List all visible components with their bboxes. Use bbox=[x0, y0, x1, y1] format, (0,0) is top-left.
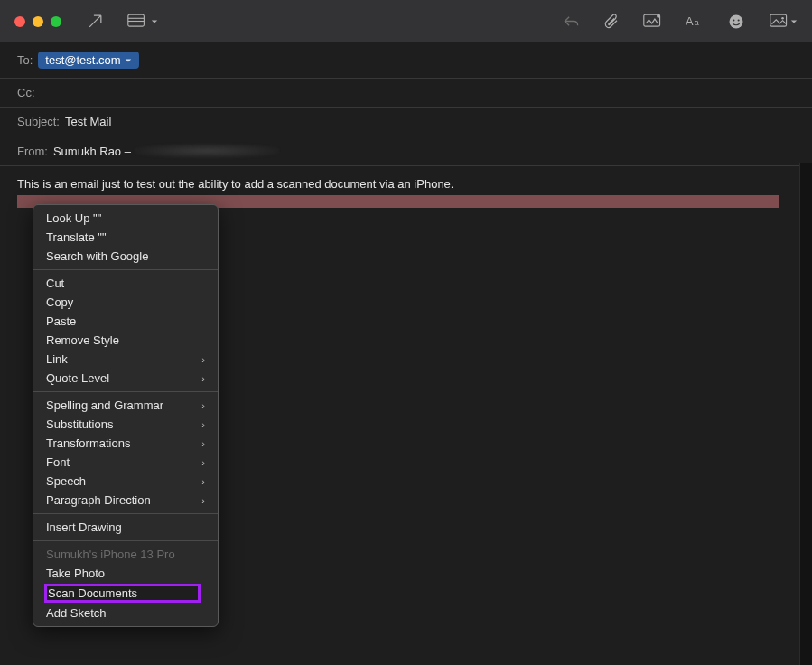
from-name: Sumukh Rao – bbox=[53, 145, 131, 158]
chevron-right-icon: › bbox=[201, 400, 205, 411]
context-menu: Look Up "" Translate "" Search with Goog… bbox=[33, 204, 219, 627]
body-text: This is an email just to test out the ab… bbox=[17, 177, 795, 192]
menu-device-header: Sumukh's iPhone 13 Pro bbox=[33, 545, 218, 564]
svg-text:a: a bbox=[695, 18, 699, 27]
svg-point-8 bbox=[733, 19, 734, 21]
subject-label: Subject: bbox=[17, 115, 60, 128]
svg-point-11 bbox=[781, 17, 784, 20]
attach-icon[interactable] bbox=[603, 13, 620, 30]
from-field-row[interactable]: From: Sumukh Rao – bbox=[0, 136, 812, 166]
svg-rect-10 bbox=[770, 14, 787, 26]
menu-search-google[interactable]: Search with Google bbox=[33, 247, 218, 266]
menu-insert-drawing[interactable]: Insert Drawing bbox=[33, 518, 218, 537]
menu-transformations[interactable]: Transformations› bbox=[33, 434, 218, 453]
menu-translate[interactable]: Translate "" bbox=[33, 228, 218, 247]
menu-paragraph-direction[interactable]: Paragraph Direction› bbox=[33, 491, 218, 510]
to-label: To: bbox=[17, 53, 33, 67]
chevron-right-icon: › bbox=[201, 354, 205, 365]
cc-field-row[interactable]: Cc: bbox=[0, 79, 812, 108]
svg-point-4 bbox=[657, 14, 660, 18]
media-insert-icon[interactable] bbox=[768, 14, 798, 29]
menu-separator bbox=[33, 513, 218, 514]
menu-copy[interactable]: Copy bbox=[33, 293, 218, 312]
menu-separator bbox=[33, 540, 218, 541]
toolbar-right: A a bbox=[563, 13, 798, 30]
window-close-button[interactable] bbox=[14, 16, 25, 27]
compose-body[interactable]: This is an email just to test out the ab… bbox=[0, 166, 812, 208]
menu-spelling[interactable]: Spelling and Grammar› bbox=[33, 396, 218, 415]
header-fields: To: test@test.com Cc: Subject: Test Mail… bbox=[0, 42, 812, 166]
svg-rect-0 bbox=[128, 14, 145, 26]
from-address-redacted bbox=[135, 144, 279, 158]
header-fields-toggle-icon[interactable] bbox=[126, 14, 158, 29]
chevron-right-icon: › bbox=[201, 457, 205, 468]
svg-point-7 bbox=[730, 14, 743, 28]
menu-scan-documents[interactable]: Scan Documents bbox=[33, 583, 218, 604]
reply-icon[interactable] bbox=[563, 14, 580, 29]
chevron-right-icon: › bbox=[201, 476, 205, 487]
chevron-right-icon: › bbox=[201, 419, 205, 430]
toolbar-left bbox=[87, 13, 158, 30]
recipient-pill[interactable]: test@test.com bbox=[38, 52, 138, 69]
chevron-right-icon: › bbox=[201, 373, 205, 384]
scrollbar-track[interactable] bbox=[799, 163, 812, 665]
menu-paste[interactable]: Paste bbox=[33, 312, 218, 331]
menu-speech[interactable]: Speech› bbox=[33, 472, 218, 491]
window-fullscreen-button[interactable] bbox=[51, 16, 61, 27]
menu-substitutions[interactable]: Substitutions› bbox=[33, 415, 218, 434]
to-field-row[interactable]: To: test@test.com bbox=[0, 42, 812, 79]
recipient-text: test@test.com bbox=[45, 53, 120, 67]
emoji-icon[interactable] bbox=[728, 14, 744, 30]
from-label: From: bbox=[17, 145, 48, 158]
titlebar: A a bbox=[0, 0, 812, 42]
menu-link[interactable]: Link› bbox=[33, 350, 218, 369]
menu-take-photo[interactable]: Take Photo bbox=[33, 564, 218, 583]
traffic-lights bbox=[14, 16, 61, 27]
window-minimize-button[interactable] bbox=[33, 16, 43, 27]
menu-cut[interactable]: Cut bbox=[33, 274, 218, 293]
text-style-icon[interactable]: A a bbox=[686, 14, 705, 29]
svg-point-9 bbox=[738, 19, 740, 21]
menu-separator bbox=[33, 391, 218, 392]
menu-separator bbox=[33, 269, 218, 270]
send-icon[interactable] bbox=[87, 13, 104, 30]
subject-field-row[interactable]: Subject: Test Mail bbox=[0, 108, 812, 136]
menu-remove-style[interactable]: Remove Style bbox=[33, 331, 218, 350]
subject-value: Test Mail bbox=[65, 115, 111, 128]
chevron-right-icon: › bbox=[201, 438, 205, 449]
menu-look-up[interactable]: Look Up "" bbox=[33, 209, 218, 228]
menu-quote-level[interactable]: Quote Level› bbox=[33, 369, 218, 388]
svg-text:A: A bbox=[686, 14, 694, 28]
menu-font[interactable]: Font› bbox=[33, 453, 218, 472]
cc-label: Cc: bbox=[17, 86, 35, 99]
chevron-right-icon: › bbox=[201, 495, 205, 506]
menu-add-sketch[interactable]: Add Sketch bbox=[33, 604, 218, 623]
format-box-icon[interactable] bbox=[643, 14, 662, 29]
